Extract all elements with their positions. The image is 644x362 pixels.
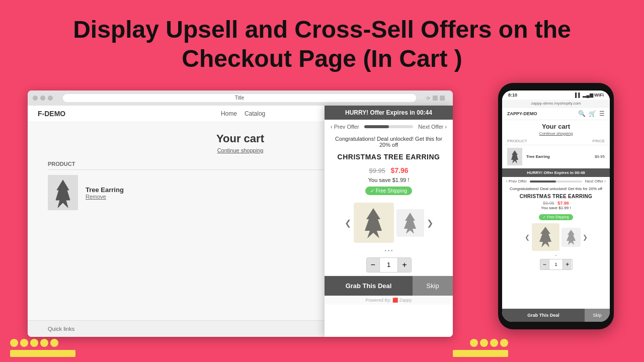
grab-deal-btn[interactable]: Grab This Deal — [325, 276, 413, 296]
phone-shop-logo: ZAPPY-DEMO — [507, 111, 537, 116]
dot-4 — [40, 339, 48, 347]
phone-screen: 8:10 ▌▌ ▂▄▆ WiFi zappy-demo.myshopify.co… — [502, 90, 610, 322]
phone-price-header: PRICE — [593, 139, 605, 143]
dot-1 — [10, 339, 18, 347]
browser-max-btn[interactable] — [48, 96, 53, 101]
popup-actions: Grab This Deal Skip — [325, 276, 453, 296]
phone-popup-earring-svg — [536, 226, 555, 248]
phone-cart-item: Tree Earring $9.95 — [502, 145, 610, 168]
popup-congrats-text: Congratulations! Deal unlocked! Get this… — [325, 134, 453, 150]
dot-5 — [50, 339, 58, 347]
phone-item-image — [507, 148, 522, 165]
product-column-header: PRODUCT — [48, 161, 75, 167]
svg-marker-6 — [567, 230, 576, 245]
popup-main-image — [354, 203, 394, 243]
phone-prev-image-btn[interactable]: ❮ — [525, 234, 530, 241]
phone-old-price: $9.95 — [543, 201, 554, 206]
nav-link-catalog[interactable]: Catalog — [245, 110, 265, 117]
phone-prev-offer-btn[interactable]: ‹ Prev Offer — [506, 179, 527, 184]
browser-share-icon — [433, 96, 438, 101]
phone-qty-value: 1 — [549, 259, 563, 269]
popup-powered-by: Powered By: 🟥 Zappy — [325, 296, 453, 305]
phone-shop-nav: ZAPPY-DEMO 🔍 🛒 ☰ — [502, 108, 610, 120]
phone-congrats-text: Congratulations! Deal unlocked! Get this… — [502, 186, 610, 192]
browser-min-btn[interactable] — [40, 96, 45, 101]
phone-skip-btn[interactable]: Skip — [585, 309, 610, 322]
popup-images: ❮ ❯ — [325, 199, 453, 247]
phone-item-details: Tree Earring — [526, 154, 591, 159]
popup-old-price: $9.95 — [369, 167, 385, 174]
popup-free-shipping-badge: ✓ Free Shipping — [365, 187, 412, 195]
svg-marker-3 — [404, 213, 416, 234]
dot-3 — [30, 339, 38, 347]
phone-prices: $9.95 $7.96 — [502, 201, 610, 206]
phone-item-price: $9.95 — [595, 154, 605, 159]
shop-nav-links: Home Catalog — [221, 110, 265, 117]
popup-earring-svg — [360, 207, 387, 239]
nav-link-home[interactable]: Home — [221, 110, 237, 117]
prev-offer-btn[interactable]: ‹ Prev Offer — [331, 124, 359, 130]
phone-next-image-btn[interactable]: ❯ — [583, 234, 588, 241]
next-offer-btn[interactable]: Next Offer › — [418, 124, 447, 130]
skip-btn[interactable]: Skip — [413, 276, 453, 296]
yellow-bar-right — [453, 350, 508, 357]
phone-table-header: PRODUCT PRICE — [502, 137, 610, 145]
popup-prices: $9.95 $7.96 — [325, 164, 453, 177]
dot-r1 — [470, 339, 478, 347]
footer-quick-links[interactable]: Quick links — [48, 326, 74, 332]
popup-next-image-btn[interactable]: ❯ — [427, 218, 433, 228]
phone-next-offer-btn[interactable]: Next Offer › — [585, 179, 606, 184]
phone-menu-icon[interactable]: ☰ — [599, 110, 605, 117]
dot-r3 — [490, 339, 498, 347]
phone-image-dots: • — [502, 253, 610, 257]
svg-marker-2 — [365, 208, 382, 238]
qty-decrease-btn[interactable]: − — [367, 258, 379, 272]
phone-signal-icons: ▌▌ ▂▄▆ WiFi — [575, 93, 604, 98]
popup-progress-fill — [364, 125, 389, 128]
browser-close-btn[interactable] — [33, 96, 38, 101]
browser-refresh-icon[interactable]: ⟳ — [426, 96, 430, 101]
popup-progress-bar — [364, 125, 414, 128]
popup-product-title: CHRISTMAS TREE EARRING — [325, 150, 453, 164]
phone-continue-shopping[interactable]: Continue shopping — [502, 131, 610, 136]
svg-marker-4 — [511, 150, 518, 163]
dots-right — [470, 339, 508, 347]
phone-progress-fill — [530, 180, 556, 183]
phone-product-title: CHRISTMAS TREE EARRING — [502, 192, 610, 201]
browser-content: F-DEMO Home Catalog 🔍 🛒 Your cart Contin… — [28, 106, 453, 337]
phone-cart-title: Your cart — [502, 120, 610, 131]
phone-popup: HURRY! Offer Expires in 00:48 ‹ Prev Off… — [502, 168, 610, 322]
dots-left — [10, 339, 58, 347]
phone-shop-icons: 🔍 🛒 ☰ — [578, 110, 605, 117]
phone-product-header: PRODUCT — [507, 139, 527, 143]
dot-r2 — [480, 339, 488, 347]
phone-quantity: − 1 + — [540, 259, 573, 270]
browser-url-bar: Title — [63, 94, 416, 102]
yellow-bar-left — [10, 350, 75, 357]
phone-cart-icon[interactable]: 🛒 — [589, 110, 596, 117]
qty-increase-btn[interactable]: + — [398, 258, 411, 272]
phone-url-bar: zappy-demo.myshopify.com — [502, 100, 610, 108]
phone-thumb-svg — [564, 229, 578, 246]
popup-prev-image-btn[interactable]: ❮ — [345, 218, 351, 228]
browser-window: Title ⟳ F-DEMO Home Catalog 🔍 🛒 Your car… — [28, 90, 453, 337]
popup-shipping-wrap: ✓ Free Shipping — [325, 185, 453, 197]
phone-progress-bar — [530, 180, 582, 183]
browser-extra-btns — [433, 96, 448, 101]
phone-shipping-wrap: ✓ Free Shipping — [502, 211, 610, 220]
phone-qty-increase-btn[interactable]: + — [563, 259, 572, 269]
browser-bookmark-icon — [440, 96, 445, 101]
popup-image-dots: • • • — [325, 248, 453, 253]
phone-qty-decrease-btn[interactable]: − — [540, 259, 549, 269]
cart-item-image — [48, 175, 78, 210]
popup-hurry-banner: HURRY! Offer Expires in 00:44 — [325, 106, 453, 120]
popup-quantity: − 1 + — [366, 257, 412, 273]
phone-grab-deal-btn[interactable]: Grab This Deal — [502, 309, 585, 322]
popup-thumb-svg — [400, 212, 420, 234]
phone-search-icon[interactable]: 🔍 — [578, 110, 586, 117]
phone-mock: 8:10 ▌▌ ▂▄▆ WiFi zappy-demo.myshopify.co… — [498, 83, 614, 329]
earring-image-svg — [52, 177, 74, 208]
phone-popup-nav: ‹ Prev Offer Next Offer › — [502, 177, 610, 186]
phone-images: ❮ ❯ — [502, 221, 610, 253]
page-title: Display Upsell and Cross-Sell Offers on … — [0, 0, 644, 83]
